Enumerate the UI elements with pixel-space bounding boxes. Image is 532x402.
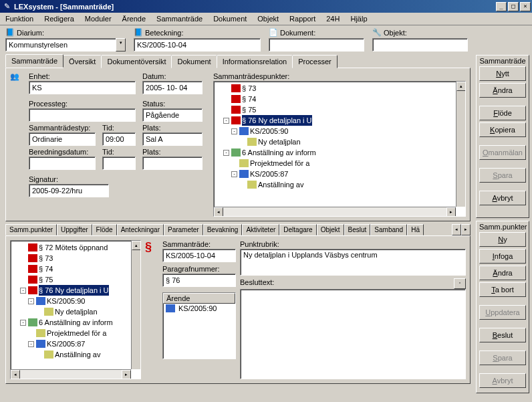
infoga-button[interactable]: Infoga bbox=[479, 249, 526, 264]
tree-node[interactable]: -KS/2005:87 bbox=[12, 338, 139, 349]
tab-sammanträde[interactable]: Sammanträde bbox=[5, 54, 63, 68]
menu-redigera[interactable]: Redigera bbox=[41, 13, 77, 24]
subtab-3[interactable]: Anteckningar bbox=[117, 224, 164, 235]
processteg-input[interactable] bbox=[29, 108, 136, 122]
menu-objekt[interactable]: Objekt bbox=[255, 13, 281, 24]
menu-hjälp[interactable]: Hjälp bbox=[348, 13, 370, 24]
diarium-select[interactable] bbox=[5, 38, 116, 52]
subtab-7[interactable]: Deltagare bbox=[279, 224, 316, 235]
scroll-right[interactable]: ▸ bbox=[446, 207, 456, 217]
tree-expander[interactable]: - bbox=[231, 171, 237, 177]
tree-expander[interactable]: - bbox=[223, 150, 229, 156]
subtab-10[interactable]: Samband bbox=[370, 224, 407, 235]
ny-button[interactable]: Ny bbox=[479, 232, 526, 247]
signatur-input[interactable] bbox=[29, 184, 109, 197]
typ-input[interactable] bbox=[29, 132, 96, 146]
datum-input[interactable] bbox=[142, 81, 203, 94]
tree-node[interactable]: § 74 bbox=[12, 264, 139, 274]
close-button[interactable]: × bbox=[520, 2, 531, 11]
enhet-input[interactable] bbox=[29, 81, 136, 94]
tree-node[interactable]: -KS/2005:90 bbox=[12, 296, 139, 306]
plats2-input[interactable] bbox=[142, 157, 203, 170]
scroll-left[interactable]: ◂ bbox=[214, 207, 223, 217]
tree-node[interactable]: -§ 76 Ny detaljplan i U bbox=[12, 285, 139, 296]
menu-rapport[interactable]: Rapport bbox=[287, 13, 318, 24]
nytt-button[interactable]: Nytt bbox=[479, 66, 526, 81]
v-scrollbar[interactable]: ▴ bbox=[131, 241, 140, 369]
tree-node[interactable]: § 73 bbox=[12, 253, 139, 264]
punktrubrik-text[interactable]: Ny detaljplan i Upplands Väsbys centrum bbox=[240, 249, 466, 276]
lower-tree[interactable]: § 72 Mötets öppnand§ 73§ 74§ 75-§ 76 Ny … bbox=[10, 240, 141, 379]
sammantrade-input[interactable] bbox=[162, 249, 236, 262]
tree-node[interactable]: § 73 bbox=[215, 83, 464, 94]
tab-informationsrelation[interactable]: Informationsrelation bbox=[217, 55, 293, 68]
objekt-input[interactable] bbox=[372, 38, 468, 52]
subtab-2[interactable]: Flöde bbox=[92, 224, 117, 235]
tid2-input[interactable] bbox=[102, 157, 136, 170]
tree-expander[interactable]: - bbox=[28, 341, 34, 347]
h-scrollbar[interactable]: ◂▸ bbox=[214, 207, 456, 216]
tab-dokumentöversikt[interactable]: Dokumentöversikt bbox=[101, 55, 172, 68]
subtab-6[interactable]: Aktiviteter bbox=[242, 224, 279, 235]
tree-expander[interactable]: - bbox=[223, 118, 229, 124]
tabs-scroll-right[interactable]: ▸ bbox=[461, 224, 471, 235]
tree-node[interactable]: § 75 bbox=[12, 274, 139, 285]
menu-moduler[interactable]: Moduler bbox=[82, 13, 114, 24]
tree-node[interactable]: Anställning av bbox=[12, 349, 139, 360]
punkter-tree[interactable]: § 73§ 74§ 75-§ 76 Ny detaljplan i U-KS/2… bbox=[213, 81, 466, 217]
subtab-4[interactable]: Parameter bbox=[164, 224, 203, 235]
avbryt-button[interactable]: Avbryt bbox=[479, 191, 526, 205]
tab-processer[interactable]: Processer bbox=[292, 55, 338, 68]
tree-expander[interactable]: - bbox=[28, 298, 34, 304]
tree-node[interactable]: § 74 bbox=[215, 94, 464, 104]
tree-node[interactable]: Ny detaljplan bbox=[215, 136, 464, 147]
tree-node[interactable]: Anställning av bbox=[215, 179, 464, 190]
paragrafnr-input[interactable] bbox=[162, 274, 236, 287]
subtab-11[interactable]: Hä bbox=[407, 224, 424, 235]
ta-bort-button[interactable]: Ta bort bbox=[479, 282, 526, 297]
menu-ärende[interactable]: Ärende bbox=[120, 13, 148, 24]
tree-node[interactable]: -KS/2005:90 bbox=[215, 126, 464, 136]
scroll-left[interactable]: ◂ bbox=[11, 370, 20, 379]
status-input[interactable] bbox=[142, 108, 203, 122]
diarium-dropdown-button[interactable]: ▾ bbox=[116, 38, 126, 52]
beslut-button[interactable]: Beslut bbox=[479, 328, 526, 342]
besluttext-area[interactable] bbox=[240, 289, 466, 379]
menu-funktion[interactable]: Funktion bbox=[3, 13, 36, 24]
besluttext-expand-button[interactable]: ▫ bbox=[454, 278, 466, 289]
subtab-1[interactable]: Uppgifter bbox=[57, 224, 92, 235]
menu-dokument[interactable]: Dokument bbox=[211, 13, 249, 24]
minimize-button[interactable]: _ bbox=[496, 2, 507, 11]
ändra-button[interactable]: Ändra bbox=[479, 83, 526, 98]
tab-översikt[interactable]: Översikt bbox=[63, 55, 102, 68]
subtab-5[interactable]: Bevakning bbox=[203, 224, 243, 235]
subtab-8[interactable]: Objekt bbox=[317, 224, 344, 235]
tree-node[interactable]: -6 Anställning av inform bbox=[12, 317, 139, 328]
tree-node[interactable]: § 75 bbox=[215, 104, 464, 115]
h-scrollbar[interactable]: ◂▸ bbox=[11, 369, 131, 379]
tree-expander[interactable]: - bbox=[231, 128, 237, 134]
tabs-scroll-left[interactable]: ◂ bbox=[452, 224, 461, 235]
ändra-button[interactable]: Ändra bbox=[479, 266, 526, 280]
tree-node[interactable]: Projektmedel för a bbox=[12, 328, 139, 338]
scroll-up[interactable]: ▴ bbox=[456, 82, 466, 91]
scroll-right[interactable]: ▸ bbox=[122, 370, 131, 379]
subtab-9[interactable]: Beslut bbox=[344, 224, 371, 235]
tree-expander[interactable]: - bbox=[20, 320, 26, 326]
subtab-0[interactable]: Samm.punkter bbox=[5, 224, 57, 235]
tree-node[interactable]: Projektmedel för a bbox=[215, 158, 464, 169]
scroll-up[interactable]: ▴ bbox=[132, 241, 141, 250]
arende-list[interactable]: Ärende KS/2005:90 bbox=[162, 292, 236, 359]
plats-input[interactable] bbox=[142, 132, 203, 146]
beteckning-input[interactable] bbox=[134, 38, 261, 52]
arende-item[interactable]: KS/2005:90 bbox=[163, 304, 235, 313]
bered-input[interactable] bbox=[29, 157, 96, 170]
flöde-button[interactable]: Flöde bbox=[479, 106, 526, 120]
v-scrollbar[interactable]: ▴ bbox=[456, 82, 465, 207]
tree-node[interactable]: Ny detaljplan bbox=[12, 306, 139, 317]
tree-node[interactable]: -KS/2005:87 bbox=[215, 169, 464, 179]
tid-input[interactable] bbox=[102, 132, 136, 146]
dokument-input[interactable] bbox=[269, 38, 364, 52]
tree-expander[interactable]: - bbox=[20, 288, 26, 294]
menu-24h[interactable]: 24H bbox=[323, 13, 342, 24]
